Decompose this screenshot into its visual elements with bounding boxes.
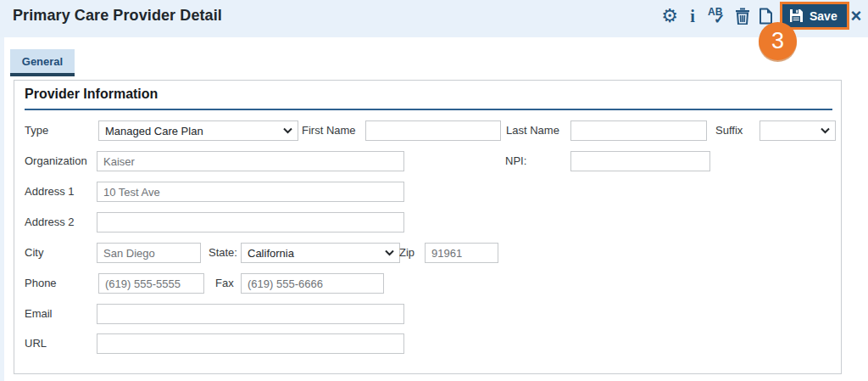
state-select[interactable]: California — [241, 243, 400, 263]
info-button[interactable]: i — [683, 0, 702, 32]
city-label: City — [25, 243, 43, 263]
phone-input[interactable] — [98, 273, 204, 294]
email-label: Email — [25, 304, 53, 324]
floppy-disk-icon — [789, 8, 804, 23]
address2-label: Address 2 — [25, 212, 75, 233]
info-icon: i — [690, 7, 695, 26]
settings-button[interactable]: ⚙ — [658, 0, 682, 32]
fax-input[interactable] — [241, 273, 384, 294]
state-label: State: — [209, 243, 237, 263]
chevron-down-icon — [385, 249, 394, 256]
chevron-down-icon — [821, 127, 830, 134]
suffix-label: Suffix — [715, 120, 743, 141]
last-name-input[interactable] — [570, 120, 707, 141]
zip-label: Zip — [399, 243, 415, 263]
url-input[interactable] — [97, 333, 404, 354]
window-edge — [0, 37, 4, 381]
primary-care-provider-detail-window: Primary Care Provider Detail ⚙ i AB ✓ — [0, 0, 868, 381]
suffix-select[interactable] — [760, 120, 836, 141]
address1-label: Address 1 — [25, 182, 75, 202]
type-label: Type — [25, 120, 48, 141]
spellcheck-button[interactable]: AB ✓ — [705, 0, 731, 32]
npi-input[interactable] — [570, 151, 710, 171]
fax-label: Fax — [215, 273, 234, 294]
zip-input[interactable] — [425, 243, 498, 263]
trash-icon — [735, 8, 750, 25]
type-select[interactable]: Managed Care Plan — [98, 120, 298, 141]
email-input[interactable] — [97, 304, 404, 324]
close-button[interactable]: × — [845, 0, 867, 32]
save-button[interactable]: Save — [780, 2, 849, 30]
section-heading: Provider Information — [25, 87, 158, 102]
first-name-label: First Name — [302, 120, 356, 141]
url-label: URL — [25, 333, 47, 354]
close-icon: × — [851, 5, 862, 27]
step-callout-badge: 3 — [759, 22, 797, 60]
save-button-label: Save — [810, 9, 837, 23]
organization-input[interactable] — [97, 151, 404, 171]
provider-information-panel: Provider Information Type Managed Care P… — [14, 80, 842, 374]
phone-label: Phone — [25, 273, 57, 294]
city-input[interactable] — [97, 243, 201, 263]
callout-number: 3 — [771, 28, 784, 54]
npi-label: NPI: — [505, 151, 526, 171]
organization-label: Organization — [25, 151, 87, 171]
first-name-input[interactable] — [365, 120, 501, 141]
state-select-value: California — [248, 247, 294, 260]
address1-input[interactable] — [97, 182, 404, 202]
address2-input[interactable] — [97, 212, 404, 233]
delete-button[interactable] — [732, 0, 754, 32]
tab-general[interactable]: General — [10, 49, 75, 76]
section-divider — [25, 109, 832, 110]
type-select-value: Managed Care Plan — [105, 125, 203, 137]
document-icon — [759, 8, 773, 25]
checkmark-icon: ✓ — [714, 11, 725, 27]
last-name-label: Last Name — [506, 120, 559, 141]
gear-icon: ⚙ — [661, 5, 678, 27]
chevron-down-icon — [283, 127, 292, 134]
page-title: Primary Care Provider Detail — [13, 7, 222, 25]
header-bar: Primary Care Provider Detail ⚙ i AB ✓ — [0, 0, 868, 37]
tab-general-label: General — [22, 55, 63, 68]
